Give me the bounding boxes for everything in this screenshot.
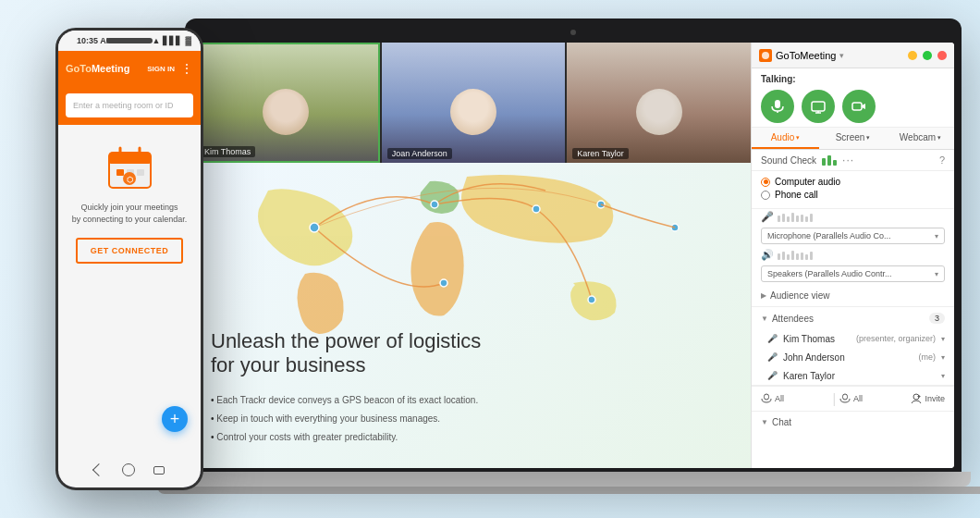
attendee-item-2: 🎤 John Anderson (me) ▾	[752, 348, 954, 366]
tab-audio-label: Audio	[771, 132, 795, 142]
mute-all-button[interactable]: All	[761, 393, 828, 404]
laptop-device: Kim Thomas Joan Anderson Karen Taylor	[185, 18, 962, 500]
phone-input-wrap: Enter a meeting room or ID	[58, 86, 201, 125]
attendees-header[interactable]: ▼ Attendees 3	[752, 307, 954, 329]
attendee-3-name: Karen Taylor	[783, 371, 930, 381]
bullet-3: Control your costs with greater predicta…	[211, 428, 732, 447]
sidebar-app-title: GoToMeeting ▾	[759, 49, 844, 62]
avatar-kim	[263, 89, 309, 135]
attendee-item-1: 🎤 Kim Thomas (presenter, organizer) ▾	[752, 329, 954, 348]
audience-view-arrow: ▶	[761, 291, 766, 300]
svg-rect-22	[852, 103, 862, 110]
phone-home-button[interactable]	[122, 463, 135, 476]
svg-point-12	[588, 296, 595, 303]
laptop-base-bottom	[157, 487, 980, 494]
sidebar-chevron[interactable]: ▾	[839, 51, 844, 60]
audience-view-header[interactable]: ▶ Audience view	[752, 285, 954, 306]
phone-status-icons: ▲ ▋▋▋ ▓	[153, 36, 191, 45]
presentation-bullets: Each Trackr device conveys a GPS beacon …	[211, 391, 732, 447]
computer-audio-radio[interactable]	[761, 178, 770, 187]
invite-label: Invite	[925, 394, 945, 403]
tab-screen-label: Screen	[836, 132, 865, 142]
laptop-screen: Kim Thomas Joan Anderson Karen Taylor	[192, 43, 954, 468]
close-button[interactable]	[937, 51, 947, 60]
gtm-logo	[759, 49, 772, 62]
attendees-label: Attendees	[772, 314, 814, 324]
video-thumb-3: Karen Taylor	[567, 43, 751, 163]
mic-device-label: Microphone (Parallels Audio Co...	[767, 231, 891, 240]
attendee-3-mic-icon: 🎤	[766, 370, 778, 381]
svg-rect-6	[137, 169, 144, 176]
speaker-device-label: Speakers (Parallels Audio Contr...	[767, 269, 892, 278]
video-participants-row: Kim Thomas Joan Anderson Karen Taylor	[192, 43, 751, 163]
phone-recent-button[interactable]	[153, 466, 165, 475]
world-map-area: Unleash the power of logistics for your …	[192, 163, 751, 468]
phone-signin-button[interactable]: SIGN IN	[147, 65, 175, 73]
phone-call-option[interactable]: Phone call	[761, 190, 945, 200]
sidebar-tabs: Audio ▾ Screen ▾ Webcam ▾	[752, 128, 954, 150]
svg-rect-23	[765, 394, 769, 400]
attendee-item-3: 🎤 Karen Taylor ▾	[752, 366, 954, 385]
attendee-3-expand[interactable]: ▾	[941, 372, 945, 380]
svg-rect-1	[109, 153, 151, 164]
attendees-count: 3	[929, 313, 945, 324]
tab-webcam-label: Webcam	[900, 132, 936, 142]
mute-button[interactable]	[761, 90, 794, 123]
speaker-device-dropdown[interactable]: Speakers (Parallels Audio Contr... ▾	[761, 265, 945, 282]
phone-screen: 10:35 AM ▲ ▋▋▋ ▓ GoToMeeting SIGN IN ⋮	[58, 31, 201, 487]
computer-audio-label: Computer audio	[775, 177, 840, 187]
phone-call-radio[interactable]	[761, 191, 770, 200]
sound-bar-1	[822, 158, 826, 166]
avatar-karen	[636, 89, 682, 135]
video-label-1: Kim Thomas	[200, 146, 255, 157]
attendee-2-expand[interactable]: ▾	[941, 353, 945, 362]
sound-help-icon[interactable]: ?	[939, 154, 945, 166]
laptop-frame: Kim Thomas Joan Anderson Karen Taylor	[185, 18, 962, 472]
content-area: Kim Thomas Joan Anderson Karen Taylor	[192, 43, 751, 468]
phone-logo: GoToMeeting	[66, 63, 129, 74]
toggle-camera-button[interactable]	[842, 90, 876, 123]
talking-section: Talking:	[752, 68, 954, 128]
sidebar-titlebar: GoToMeeting ▾	[752, 43, 954, 68]
signal-icon: ▋▋▋	[163, 36, 182, 45]
tab-webcam[interactable]: Webcam ▾	[887, 128, 954, 149]
get-connected-button[interactable]: GET CONNECTED	[76, 238, 184, 264]
attendee-1-expand[interactable]: ▾	[941, 335, 945, 343]
computer-audio-option[interactable]: Computer audio	[761, 177, 945, 187]
minimize-button[interactable]	[908, 51, 917, 60]
phone-header-actions: SIGN IN ⋮	[147, 61, 193, 76]
mic-device-dropdown[interactable]: Microphone (Parallels Audio Co... ▾	[761, 228, 945, 244]
sound-more-icon[interactable]: ···	[842, 154, 854, 166]
video-bg-1	[194, 44, 378, 161]
phone-frame: 10:35 AM ▲ ▋▋▋ ▓ GoToMeeting SIGN IN ⋮	[55, 28, 203, 490]
mic-dropdown-arrow: ▾	[935, 232, 938, 240]
invite-button[interactable]: Invite	[911, 393, 945, 404]
phone-fab-button[interactable]: +	[162, 406, 188, 432]
attendee-2-mic-icon: 🎤	[766, 352, 778, 363]
svg-point-16	[762, 52, 769, 59]
video-thumb-2: Joan Anderson	[382, 43, 566, 163]
avatar-joan	[450, 89, 496, 135]
phone-meeting-input[interactable]: Enter a meeting room or ID	[66, 93, 193, 117]
logo-goto: GoTo	[66, 63, 92, 74]
phone-content: ⬡ Quickly join your meetingsby connectin…	[58, 125, 201, 273]
attendees-action-bar: All | All Invite	[752, 386, 954, 412]
presentation-area: Unleash the power of logistics for your …	[192, 163, 751, 468]
share-screen-button[interactable]	[802, 90, 835, 123]
maximize-button[interactable]	[923, 51, 932, 60]
phone-nav-bar	[94, 463, 165, 476]
unmute-all-label: All	[853, 394, 863, 403]
tab-audio[interactable]: Audio ▾	[752, 128, 819, 149]
laptop-camera-bar	[192, 26, 954, 39]
bullet-2: Keep in touch with everything your busin…	[211, 410, 732, 428]
chat-section-header[interactable]: ▼ Chat	[752, 412, 954, 433]
speaker-volume-row: 🔊	[752, 247, 954, 263]
svg-point-9	[310, 223, 319, 232]
tab-screen[interactable]: Screen ▾	[819, 128, 887, 149]
tab-screen-arrow: ▾	[866, 134, 870, 142]
svg-point-11	[533, 205, 540, 213]
svg-point-13	[440, 279, 447, 287]
phone-menu-icon[interactable]: ⋮	[180, 61, 193, 76]
unmute-all-button[interactable]: All	[839, 393, 907, 404]
phone-back-button[interactable]	[92, 463, 105, 476]
